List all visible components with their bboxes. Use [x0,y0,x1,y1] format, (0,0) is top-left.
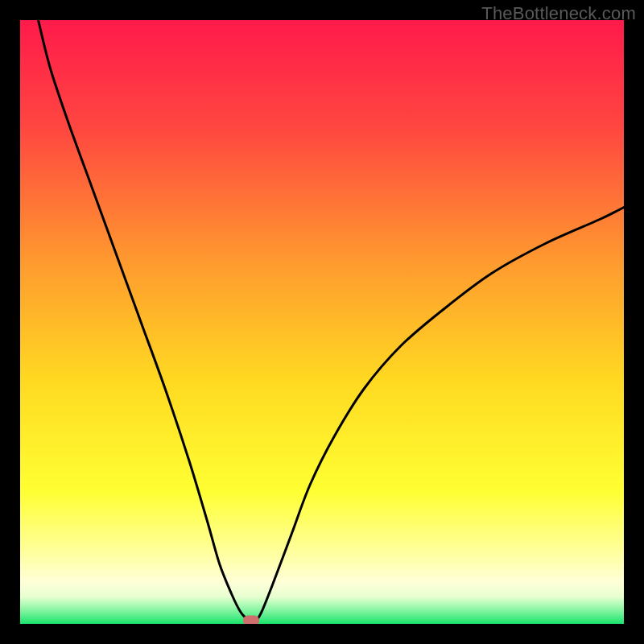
chart-frame: TheBottleneck.com [0,0,644,644]
plot-area [20,20,624,624]
optimum-marker [243,616,259,624]
bottleneck-curve [20,20,624,624]
